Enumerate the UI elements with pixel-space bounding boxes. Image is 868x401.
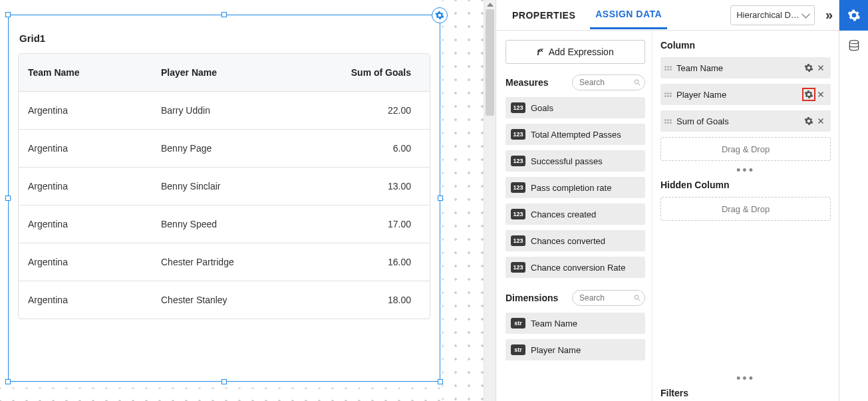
column-pill[interactable]: Sum of Goals — [660, 110, 831, 132]
svg-point-4 — [849, 41, 858, 44]
data-source-select-value: Hierarchical D… — [736, 10, 799, 20]
col-header-goals[interactable]: Sum of Goals — [323, 54, 430, 91]
cell-player: Chester Partridge — [152, 243, 323, 281]
pill-label: Sum of Goals — [676, 116, 803, 126]
pill-settings-button[interactable] — [803, 115, 815, 127]
measure-field[interactable]: 123Successful passes — [506, 150, 645, 172]
drag-handle-icon[interactable] — [664, 63, 672, 73]
table-row[interactable]: ArgentinaBenny Speed17.00 — [19, 205, 430, 243]
fx-icon: fx — [537, 47, 543, 57]
cell-team: Argentina — [19, 130, 152, 167]
cell-team: Argentina — [19, 281, 152, 319]
drag-drop-hint: Drag & Drop — [722, 144, 770, 154]
col-header-team[interactable]: Team Name — [19, 54, 152, 91]
cell-goals: 13.00 — [323, 168, 430, 205]
resize-handle[interactable] — [438, 379, 443, 384]
pill-settings-button[interactable] — [803, 88, 815, 100]
cell-goals: 17.00 — [323, 205, 430, 243]
hidden-column-section-heading: Hidden Column — [660, 180, 831, 190]
dimension-field[interactable]: strTeam Name — [506, 313, 645, 334]
cell-player: Benny Page — [152, 130, 323, 167]
col-header-player[interactable]: Player Name — [152, 54, 323, 91]
cell-team: Argentina — [19, 243, 152, 281]
table-row[interactable]: ArgentinaBenny Page6.00 — [19, 130, 430, 168]
add-expression-button[interactable]: fx Add Expression — [506, 40, 645, 64]
tab-properties[interactable]: PROPERTIES — [507, 2, 581, 29]
cell-goals: 16.00 — [323, 243, 430, 281]
rail-settings-button[interactable] — [839, 0, 869, 31]
field-label: Chance conversion Rate — [531, 263, 625, 273]
resize-handle[interactable] — [438, 196, 443, 201]
field-label: Team Name — [531, 319, 577, 329]
pill-remove-button[interactable] — [815, 62, 827, 74]
cell-team: Argentina — [19, 92, 152, 129]
pill-label: Team Name — [676, 63, 803, 73]
numeric-badge-icon: 123 — [511, 102, 525, 113]
data-grid: Team Name Player Name Sum of Goals Argen… — [18, 53, 430, 319]
column-pill[interactable]: Player Name — [660, 84, 831, 105]
measures-heading: Measures — [506, 77, 549, 88]
grid-widget-selection[interactable]: Grid1 Team Name Player Name Sum of Goals… — [8, 15, 440, 382]
table-row[interactable]: ArgentinaChester Stanley18.00 — [19, 281, 430, 319]
column-section-heading: Column — [660, 40, 831, 51]
pill-remove-button[interactable] — [815, 88, 827, 100]
table-row[interactable]: ArgentinaChester Partridge16.00 — [19, 243, 430, 281]
section-separator: ••• — [660, 376, 831, 381]
data-source-select[interactable]: Hierarchical D… — [730, 5, 815, 25]
resize-handle[interactable] — [221, 379, 227, 384]
fields-column: fx Add Expression Measures 123Goals123To… — [496, 31, 652, 401]
design-canvas[interactable]: Grid1 Team Name Player Name Sum of Goals… — [0, 0, 496, 401]
field-label: Player Name — [531, 345, 581, 355]
numeric-badge-icon: 123 — [511, 129, 525, 140]
measure-field[interactable]: 123Chance conversion Rate — [506, 257, 645, 278]
measure-field[interactable]: 123Chances created — [506, 203, 645, 225]
expand-panel-button[interactable]: » — [824, 5, 832, 25]
widget-settings-button[interactable] — [432, 7, 448, 23]
resize-handle[interactable] — [5, 196, 11, 201]
database-icon — [847, 39, 861, 53]
table-row[interactable]: ArgentinaBenny Sinclair13.00 — [19, 168, 430, 205]
measure-field[interactable]: 123Goals — [506, 97, 645, 118]
numeric-badge-icon: 123 — [511, 209, 525, 219]
drag-handle-icon[interactable] — [664, 89, 672, 100]
field-label: Pass completion rate — [531, 183, 611, 193]
widget-title: Grid1 — [9, 15, 440, 53]
drag-handle-icon[interactable] — [664, 116, 672, 126]
cell-goals: 18.00 — [323, 281, 430, 319]
cell-player: Benny Speed — [152, 205, 323, 243]
resize-handle[interactable] — [5, 12, 11, 17]
search-icon — [633, 78, 641, 86]
measure-field[interactable]: 123Pass completion rate — [506, 177, 645, 198]
pill-remove-button[interactable] — [815, 115, 827, 127]
scroll-thumb[interactable] — [486, 9, 494, 116]
pill-settings-button[interactable] — [803, 62, 815, 74]
scroll-up-icon[interactable] — [487, 3, 494, 7]
hidden-column-dropzone[interactable]: Drag & Drop — [660, 197, 831, 221]
field-label: Goals — [531, 103, 553, 113]
vertical-scrollbar[interactable] — [484, 0, 496, 401]
dimension-field[interactable]: strPlayer Name — [506, 339, 645, 360]
rail-data-button[interactable] — [839, 31, 869, 61]
column-pill[interactable]: Team Name — [660, 57, 831, 78]
search-icon — [633, 294, 641, 302]
filters-section-heading: Filters — [660, 388, 831, 398]
field-label: Chances created — [531, 209, 596, 219]
gear-icon — [847, 9, 861, 22]
field-label: Successful passes — [531, 156, 603, 166]
tab-assign-data[interactable]: ASSIGN DATA — [590, 1, 667, 29]
section-separator: ••• — [660, 168, 831, 173]
grid-header-row: Team Name Player Name Sum of Goals — [19, 54, 430, 92]
measure-field[interactable]: 123Chances converted — [506, 230, 645, 251]
cell-player: Benny Sinclair — [152, 168, 323, 205]
canvas-grid-bg-bottom — [0, 388, 442, 401]
resize-handle[interactable] — [5, 379, 11, 384]
field-label: Chances converted — [531, 236, 605, 246]
measure-field[interactable]: 123Total Attempted Passes — [506, 124, 645, 145]
svg-point-2 — [635, 295, 639, 299]
string-badge-icon: str — [511, 344, 525, 355]
table-row[interactable]: ArgentinaBarry Uddin22.00 — [19, 92, 430, 130]
gear-icon — [435, 11, 444, 20]
column-dropzone[interactable]: Drag & Drop — [660, 137, 831, 161]
numeric-badge-icon: 123 — [511, 182, 525, 193]
resize-handle[interactable] — [221, 12, 227, 17]
